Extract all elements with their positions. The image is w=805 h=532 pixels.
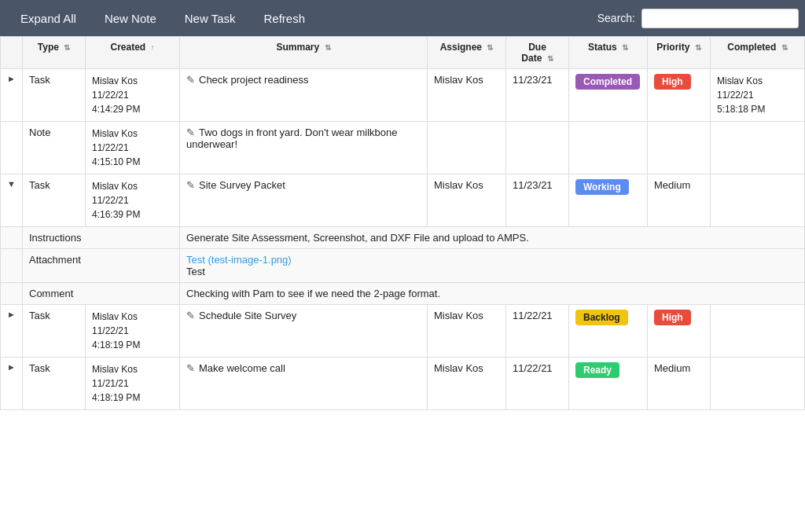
priority-badge: High — [654, 310, 691, 325]
refresh-button[interactable]: Refresh — [250, 4, 320, 33]
due-date-cell: 11/23/21 — [506, 69, 569, 122]
summary-text: Two dogs in front yard. Don't wear milkb… — [186, 127, 398, 150]
edit-icon: ✎ — [186, 362, 195, 374]
table-body: ►TaskMislav Kos11/22/214:14:29 PM✎Check … — [1, 69, 805, 410]
table-row: ►TaskMislav Kos11/22/214:14:29 PM✎Check … — [1, 69, 805, 122]
status-badge: Working — [575, 179, 629, 195]
col-header-priority[interactable]: Priority ⇅ — [648, 37, 711, 69]
created-cell: Mislav Kos11/22/214:15:10 PM — [86, 122, 180, 174]
edit-icon: ✎ — [186, 74, 195, 86]
sub-row: InstructionsGenerate Site Assessment, Sc… — [1, 227, 805, 249]
table-row: ►TaskMislav Kos11/21/214:18:19 PM✎Make w… — [1, 358, 805, 410]
summary-cell: ✎Check project readiness — [180, 69, 428, 122]
assignee-cell: Mislav Kos — [428, 69, 506, 122]
status-badge: Ready — [575, 362, 619, 378]
sub-content-cell: Generate Site Assessment, Screenshot, an… — [180, 227, 805, 249]
due-date-cell: 11/23/21 — [506, 174, 569, 227]
table-header-row: Type ⇅ Created ↑ Summary ⇅ Assignee ⇅ Du… — [1, 37, 805, 69]
type-cell: Task — [23, 305, 86, 358]
summary-text: Site Survey Packet — [199, 179, 285, 191]
col-header-type[interactable]: Type ⇅ — [23, 37, 86, 69]
summary-cell: ✎Two dogs in front yard. Don't wear milk… — [180, 122, 428, 174]
sub-type-cell: Comment — [23, 283, 180, 305]
sub-row: AttachmentTest (test-image-1.png)Test — [1, 249, 805, 283]
attachment-link[interactable]: Test (test-image-1.png) — [186, 254, 292, 266]
sub-expand-cell — [1, 227, 23, 249]
sub-expand-cell — [1, 249, 23, 283]
due-date-cell: 11/22/21 — [506, 305, 569, 358]
edit-icon: ✎ — [186, 310, 195, 321]
summary-text: Make welcome call — [199, 362, 285, 374]
priority-cell: High — [648, 69, 711, 122]
expand-cell[interactable]: ► — [1, 305, 23, 358]
assignee-cell — [428, 122, 506, 174]
type-cell: Note — [23, 122, 86, 174]
assignee-cell: Mislav Kos — [428, 174, 506, 227]
summary-cell: ✎Schedule Site Survey — [180, 305, 428, 358]
type-cell: Task — [23, 174, 86, 227]
sub-type-cell: Instructions — [23, 227, 180, 249]
table-row: NoteMislav Kos11/22/214:15:10 PM✎Two dog… — [1, 122, 805, 174]
priority-cell: Medium — [648, 174, 711, 227]
status-badge: Backlog — [575, 310, 628, 325]
expand-cell[interactable]: ► — [1, 69, 23, 122]
expand-cell[interactable]: ▼ — [1, 174, 23, 227]
completed-cell — [711, 122, 805, 174]
col-header-assignee[interactable]: Assignee ⇅ — [428, 37, 506, 69]
status-badge: Completed — [575, 74, 640, 90]
expand-all-button[interactable]: Expand All — [6, 4, 90, 33]
table-row: ▼TaskMislav Kos11/22/214:16:39 PM✎Site S… — [1, 174, 805, 227]
type-cell: Task — [23, 358, 86, 410]
completed-cell — [711, 174, 805, 227]
completed-cell: Mislav Kos11/22/215:18:18 PM — [711, 69, 805, 122]
sub-content-cell: Test (test-image-1.png)Test — [180, 249, 805, 283]
completed-cell — [711, 358, 805, 410]
sub-type-cell: Attachment — [23, 249, 180, 283]
table-row: ►TaskMislav Kos11/22/214:18:19 PM✎Schedu… — [1, 305, 805, 358]
expand-cell[interactable]: ► — [1, 358, 23, 410]
sub-expand-cell — [1, 283, 23, 305]
attachment-text: Test — [186, 266, 205, 277]
sub-content-text: Checking with Pam to see if we need the … — [186, 288, 440, 299]
assignee-cell: Mislav Kos — [428, 358, 506, 410]
sub-content-cell: Checking with Pam to see if we need the … — [180, 283, 805, 305]
created-cell: Mislav Kos11/22/214:14:29 PM — [86, 69, 180, 122]
priority-cell — [648, 122, 711, 174]
col-header-status[interactable]: Status ⇅ — [569, 37, 648, 69]
status-cell: Backlog — [569, 305, 648, 358]
col-header-created[interactable]: Created ↑ — [86, 37, 180, 69]
col-header-due-date[interactable]: DueDate ⇅ — [506, 37, 569, 69]
status-cell: Completed — [569, 69, 648, 122]
search-area: Search: — [597, 9, 799, 28]
summary-text: Schedule Site Survey — [199, 310, 296, 321]
new-note-button[interactable]: New Note — [90, 4, 171, 33]
col-header-summary[interactable]: Summary ⇅ — [180, 37, 428, 69]
col-header-completed[interactable]: Completed ⇅ — [711, 37, 805, 69]
due-date-cell — [506, 122, 569, 174]
search-input[interactable] — [641, 9, 799, 28]
type-cell: Task — [23, 69, 86, 122]
completed-cell — [711, 305, 805, 358]
sub-content-text: Generate Site Assessment, Screenshot, an… — [186, 232, 529, 244]
status-cell: Working — [569, 174, 648, 227]
edit-icon: ✎ — [186, 127, 195, 138]
sub-row: CommentChecking with Pam to see if we ne… — [1, 283, 805, 305]
created-cell: Mislav Kos11/21/214:18:19 PM — [86, 358, 180, 410]
priority-cell: Medium — [648, 358, 711, 410]
summary-cell: ✎Make welcome call — [180, 358, 428, 410]
summary-text: Check project readiness — [199, 74, 308, 86]
expand-cell — [1, 122, 23, 174]
status-cell — [569, 122, 648, 174]
priority-badge: High — [654, 74, 691, 90]
created-cell: Mislav Kos11/22/214:18:19 PM — [86, 305, 180, 358]
created-cell: Mislav Kos11/22/214:16:39 PM — [86, 174, 180, 227]
col-header-expand — [1, 37, 23, 69]
summary-cell: ✎Site Survey Packet — [180, 174, 428, 227]
toolbar: Expand All New Note New Task Refresh Sea… — [0, 0, 805, 36]
priority-cell: High — [648, 305, 711, 358]
edit-icon: ✎ — [186, 179, 195, 191]
new-task-button[interactable]: New Task — [171, 4, 250, 33]
main-table: Type ⇅ Created ↑ Summary ⇅ Assignee ⇅ Du… — [0, 36, 805, 410]
status-cell: Ready — [569, 358, 648, 410]
assignee-cell: Mislav Kos — [428, 305, 506, 358]
